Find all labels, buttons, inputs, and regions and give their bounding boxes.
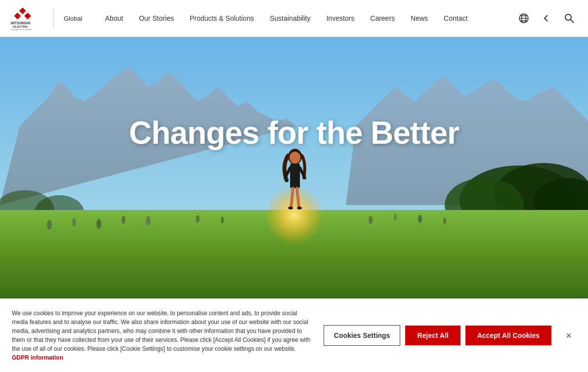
svg-point-41	[394, 214, 397, 221]
svg-point-34	[72, 218, 76, 227]
svg-rect-26	[290, 164, 300, 188]
global-label[interactable]: Global	[64, 15, 83, 22]
svg-point-23	[264, 185, 324, 245]
nav-item-careers[interactable]: Careers	[362, 0, 403, 37]
svg-line-30	[297, 188, 299, 207]
svg-point-37	[146, 216, 151, 226]
svg-marker-1	[19, 7, 26, 14]
gdpr-link[interactable]: GDPR information	[12, 354, 63, 361]
svg-point-25	[290, 152, 300, 164]
cookie-description: We use cookies to improve your experienc…	[12, 310, 310, 352]
svg-text:MITSUBISHI: MITSUBISHI	[11, 21, 31, 25]
hero-scene	[0, 37, 588, 299]
svg-point-40	[369, 216, 373, 224]
cookie-close-button[interactable]: ×	[561, 328, 576, 343]
nav-item-products-solutions[interactable]: Products & Solutions	[182, 0, 262, 37]
svg-point-35	[96, 219, 101, 229]
svg-marker-2	[24, 12, 31, 19]
svg-point-38	[196, 215, 200, 223]
nav-item-contact[interactable]: Contact	[436, 0, 475, 37]
main-header: MITSUBISHI ELECTRIC Changes for the Bett…	[0, 0, 588, 37]
svg-point-32	[297, 207, 302, 209]
cookie-buttons: Cookies Settings Reject All Accept All C…	[324, 325, 551, 346]
svg-point-31	[288, 207, 293, 209]
logo[interactable]: MITSUBISHI ELECTRIC Changes for the Bett…	[10, 6, 43, 31]
globe-icon	[518, 13, 529, 24]
svg-text:ELECTRIC: ELECTRIC	[13, 25, 29, 28]
nav-item-investors[interactable]: Investors	[318, 0, 362, 37]
search-icon	[564, 13, 574, 23]
svg-point-33	[47, 220, 52, 230]
header-actions	[515, 9, 578, 27]
accept-all-cookies-button[interactable]: Accept All Cookies	[465, 326, 551, 345]
cookie-banner: We use cookies to improve your experienc…	[0, 298, 588, 372]
prev-button[interactable]	[538, 9, 555, 27]
svg-point-36	[122, 216, 126, 224]
svg-point-43	[443, 217, 446, 224]
main-nav: About Our Stories Products & Solutions S…	[97, 0, 510, 37]
hero-section: Changes for the Better	[0, 37, 588, 299]
svg-point-11	[565, 14, 571, 20]
globe-button[interactable]	[515, 9, 533, 27]
chevron-left-icon	[543, 14, 550, 22]
cookie-text: We use cookies to improve your experienc…	[12, 309, 314, 362]
svg-line-29	[291, 188, 293, 207]
svg-marker-0	[14, 12, 21, 19]
nav-item-news[interactable]: News	[403, 0, 436, 37]
nav-divider	[53, 8, 54, 28]
cookies-settings-button[interactable]: Cookies Settings	[324, 325, 401, 346]
svg-text:Changes for the Better: Changes for the Better	[11, 28, 32, 31]
svg-line-12	[571, 20, 574, 23]
reject-all-button[interactable]: Reject All	[405, 326, 460, 345]
close-icon: ×	[566, 330, 572, 341]
hero-headline: Changes for the Better	[0, 116, 588, 150]
nav-item-sustainability[interactable]: Sustainability	[262, 0, 319, 37]
nav-item-about[interactable]: About	[97, 0, 131, 37]
search-button[interactable]	[560, 9, 578, 27]
svg-point-39	[221, 216, 224, 223]
svg-point-42	[418, 215, 422, 223]
nav-item-our-stories[interactable]: Our Stories	[131, 0, 182, 37]
logo-svg: MITSUBISHI ELECTRIC Changes for the Bett…	[10, 6, 40, 31]
